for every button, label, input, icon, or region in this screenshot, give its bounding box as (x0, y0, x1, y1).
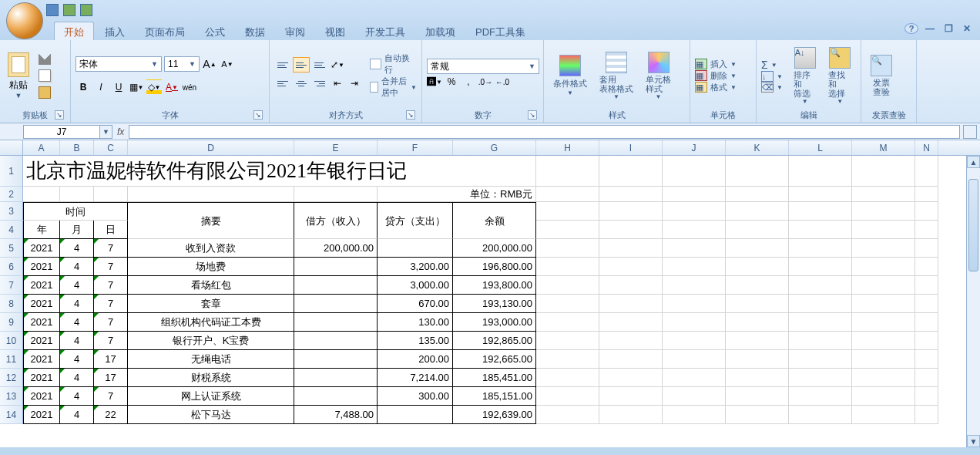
cell[interactable]: 4 (60, 276, 94, 295)
col-header-F[interactable]: F (378, 140, 453, 155)
cell[interactable] (852, 156, 915, 187)
phonetic-button[interactable]: wén (182, 79, 197, 95)
cut-icon[interactable] (39, 52, 51, 65)
cell[interactable]: 17 (94, 350, 128, 369)
cell[interactable] (663, 276, 726, 295)
cell[interactable]: 7,214.00 (378, 369, 453, 387)
cell[interactable]: 财税系统 (128, 369, 294, 387)
cell[interactable] (294, 369, 378, 387)
cell[interactable]: 2021 (23, 276, 60, 295)
number-format-combo[interactable]: 常规▼ (427, 59, 539, 74)
cell[interactable]: 日 (94, 221, 128, 239)
align-top-button[interactable] (274, 57, 291, 72)
cell[interactable] (789, 239, 852, 258)
cell[interactable]: 193,800.00 (453, 276, 536, 295)
cell[interactable] (599, 369, 663, 387)
spreadsheet-grid[interactable]: ABCDEFGHIJKLMN 1北京市温妮特软件有限公司2021年银行日记2单位… (0, 140, 980, 447)
cell[interactable] (536, 276, 599, 295)
fx-button[interactable]: fx (117, 126, 124, 137)
cell[interactable]: 4 (60, 387, 94, 406)
cell[interactable] (852, 313, 915, 332)
cell[interactable] (726, 313, 789, 332)
cell[interactable]: 200.00 (378, 350, 453, 369)
cell[interactable] (294, 187, 378, 202)
cell[interactable]: 时间 (23, 202, 128, 221)
cell[interactable] (726, 239, 789, 258)
cell[interactable] (128, 187, 294, 202)
cell[interactable]: 网上认证系统 (128, 387, 294, 406)
cell[interactable] (378, 239, 453, 258)
cell[interactable]: 4 (60, 295, 94, 313)
cell[interactable] (789, 350, 852, 369)
cell[interactable]: 4 (60, 258, 94, 276)
cell[interactable] (536, 295, 599, 313)
cell[interactable] (852, 239, 915, 258)
cell[interactable]: 300.00 (378, 387, 453, 406)
cell[interactable] (852, 350, 915, 369)
cell[interactable] (536, 369, 599, 387)
cell[interactable] (536, 239, 599, 258)
cell[interactable]: 北京市温妮特软件有限公司2021年银行日记 (23, 156, 536, 187)
cell[interactable] (915, 156, 938, 187)
comma-button[interactable]: , (461, 74, 476, 89)
number-dialog-launcher[interactable]: ↘ (528, 110, 537, 120)
cell[interactable]: 单位：RMB元 (378, 187, 536, 202)
cell[interactable] (726, 276, 789, 295)
cell[interactable] (789, 295, 852, 313)
cell[interactable] (915, 295, 938, 313)
clear-button[interactable]: ⌫▼ (761, 82, 783, 93)
qat-undo-icon[interactable] (63, 4, 76, 16)
cell[interactable]: 7 (94, 313, 128, 332)
cell[interactable] (536, 350, 599, 369)
cell[interactable]: 135.00 (378, 332, 453, 350)
formula-bar-expand[interactable] (963, 125, 977, 139)
col-header-N[interactable]: N (915, 140, 938, 155)
cell[interactable] (23, 187, 60, 202)
format-cells-button[interactable]: ▦格式▼ (695, 82, 737, 93)
cell[interactable] (94, 187, 128, 202)
cell[interactable] (726, 406, 789, 424)
increase-decimal-button[interactable]: .0→ (478, 74, 493, 89)
cell[interactable]: 2021 (23, 258, 60, 276)
row-header[interactable]: 1 (0, 156, 23, 187)
cell[interactable] (663, 221, 726, 239)
cell[interactable]: 看场红包 (128, 276, 294, 295)
row-header[interactable]: 12 (0, 369, 23, 387)
cell[interactable]: 670.00 (378, 295, 453, 313)
cell[interactable] (789, 387, 852, 406)
cell[interactable]: 2021 (23, 406, 60, 424)
cell[interactable] (915, 187, 938, 202)
cell[interactable]: 192,665.00 (453, 350, 536, 369)
invoice-check-button[interactable]: 🔍发票 查验 (866, 53, 897, 98)
cell[interactable]: 场地费 (128, 258, 294, 276)
row-header[interactable]: 8 (0, 295, 23, 313)
percent-button[interactable]: % (444, 74, 459, 89)
cell[interactable]: 2021 (23, 295, 60, 313)
cell[interactable] (915, 258, 938, 276)
cell[interactable] (294, 258, 378, 276)
cell[interactable]: 贷方（支出） (378, 202, 453, 239)
fill-color-button[interactable]: ◇▼ (146, 79, 162, 95)
cell[interactable] (663, 369, 726, 387)
cell[interactable] (726, 221, 789, 239)
cell[interactable]: 银行开户、K宝费 (128, 332, 294, 350)
cell[interactable] (663, 202, 726, 221)
col-header-H[interactable]: H (536, 140, 599, 155)
cell[interactable] (789, 276, 852, 295)
cell[interactable] (789, 156, 852, 187)
name-box-dropdown[interactable]: ▼ (100, 125, 112, 139)
cell[interactable]: 185,451.00 (453, 369, 536, 387)
cell[interactable] (294, 313, 378, 332)
orientation-button[interactable]: ⤢▼ (330, 57, 345, 72)
cell[interactable] (852, 276, 915, 295)
cell[interactable] (599, 221, 663, 239)
cell[interactable] (915, 221, 938, 239)
cell[interactable]: 7 (94, 332, 128, 350)
format-as-table-button[interactable]: 套用 表格格式▼ (595, 50, 638, 102)
increase-indent-button[interactable]: ⇥ (347, 76, 362, 91)
cell[interactable]: 2021 (23, 369, 60, 387)
cell[interactable] (915, 313, 938, 332)
cell[interactable] (726, 387, 789, 406)
cell[interactable] (663, 258, 726, 276)
font-name-combo[interactable]: 宋体▼ (76, 56, 162, 72)
